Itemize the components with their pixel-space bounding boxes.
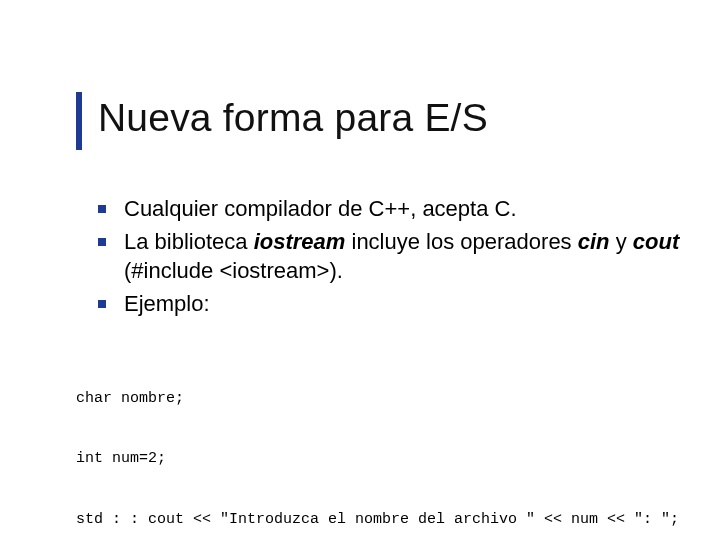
code-line: char nombre;: [76, 389, 690, 409]
bullet-text-segment: y: [610, 229, 633, 254]
title-accent-bar: [76, 92, 82, 150]
bullet-keyword-iostream: iostream: [254, 229, 346, 254]
bullet-text: Ejemplo:: [124, 289, 696, 318]
bullet-square-icon: [98, 238, 106, 246]
slide-body: Cualquier compilador de C++, acepta C. L…: [98, 190, 696, 320]
bullet-text-segment: La biblioteca: [124, 229, 254, 254]
bullet-item: Cualquier compilador de C++, acepta C.: [98, 194, 696, 223]
title-wrap: Nueva forma para E/S: [98, 96, 690, 140]
bullet-item: La biblioteca iostream incluye los opera…: [98, 227, 696, 285]
bullet-keyword-cout: cout: [633, 229, 679, 254]
bullet-item: Ejemplo:: [98, 289, 696, 318]
slide-title: Nueva forma para E/S: [98, 96, 690, 140]
bullet-text: Cualquier compilador de C++, acepta C.: [124, 194, 696, 223]
code-line: std : : cout << "Introduzca el nombre de…: [76, 510, 690, 530]
bullet-square-icon: [98, 205, 106, 213]
bullet-keyword-cin: cin: [578, 229, 610, 254]
bullet-text-segment: (#include <iostream>).: [124, 258, 343, 283]
slide: { "title": "Nueva forma para E/S", "bull…: [0, 0, 720, 540]
bullet-square-icon: [98, 300, 106, 308]
bullet-text-segment: incluye los operadores: [345, 229, 577, 254]
code-block: char nombre; int num=2; std : : cout << …: [76, 348, 690, 540]
bullet-text: La biblioteca iostream incluye los opera…: [124, 227, 696, 285]
code-line: int num=2;: [76, 449, 690, 469]
